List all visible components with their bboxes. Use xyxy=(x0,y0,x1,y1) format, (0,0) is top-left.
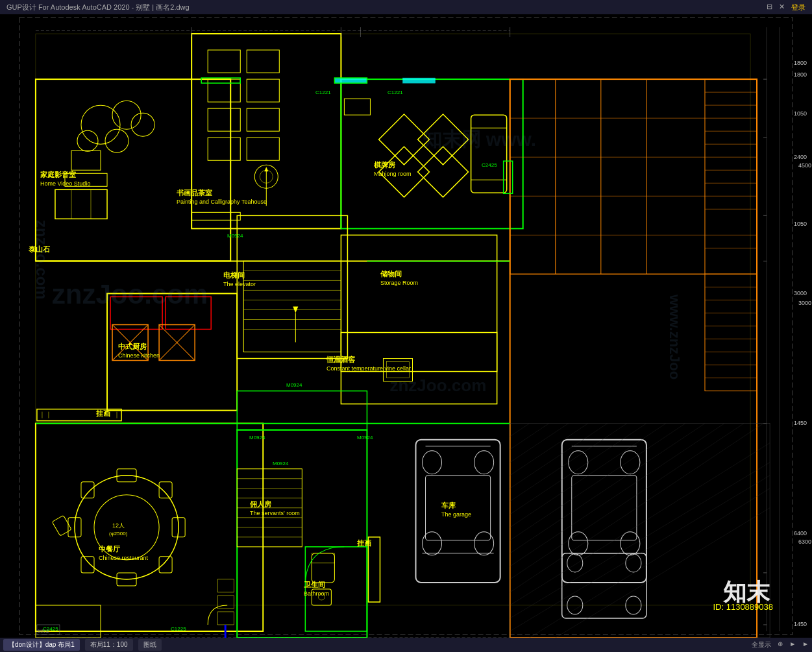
svg-point-130 xyxy=(318,594,325,600)
tab-layout-1[interactable]: 【don设计】dap 布局1 xyxy=(3,639,80,651)
svg-point-5 xyxy=(81,105,120,144)
svg-rect-158 xyxy=(402,78,435,83)
svg-rect-104 xyxy=(572,476,637,540)
svg-rect-172 xyxy=(510,424,770,638)
svg-point-7 xyxy=(131,113,154,136)
svg-text:(φ2500): (φ2500) xyxy=(109,531,128,537)
floor-plan-svg: 12人 (φ2500) xyxy=(0,14,812,638)
svg-line-174 xyxy=(510,424,549,450)
svg-rect-21 xyxy=(247,108,279,131)
bottom-nav-3[interactable]: ► xyxy=(802,640,809,649)
app-title: GUP设计 For Autodesk AutoCAD 2020 - 别墅 | 画… xyxy=(6,3,190,12)
svg-rect-0 xyxy=(19,18,793,634)
svg-point-112 xyxy=(94,495,159,560)
svg-rect-110 xyxy=(36,424,263,631)
svg-line-173 xyxy=(510,424,530,437)
svg-rect-32 xyxy=(418,147,469,197)
svg-rect-117 xyxy=(81,482,94,498)
svg-rect-141 xyxy=(217,612,234,625)
svg-rect-23 xyxy=(247,138,279,160)
svg-line-185 xyxy=(510,424,763,592)
svg-rect-129 xyxy=(312,589,331,605)
svg-rect-11 xyxy=(65,173,107,186)
login-button[interactable]: 登录 xyxy=(791,3,806,12)
tab-drawing[interactable]: 图纸 xyxy=(138,639,162,651)
svg-rect-63 xyxy=(510,79,757,274)
svg-rect-4 xyxy=(36,79,230,261)
svg-rect-36 xyxy=(344,99,370,115)
svg-rect-39 xyxy=(243,261,341,352)
svg-rect-30 xyxy=(418,114,469,165)
svg-rect-29 xyxy=(379,114,430,165)
svg-rect-22 xyxy=(208,138,240,160)
svg-text:铭牌桌: 铭牌桌 xyxy=(37,629,49,633)
bottom-zoom: 全显示 xyxy=(752,640,771,649)
svg-rect-16 xyxy=(208,50,240,73)
svg-rect-17 xyxy=(247,50,279,73)
svg-point-106 xyxy=(567,554,583,572)
svg-point-100 xyxy=(569,451,588,474)
bottom-nav-2[interactable]: ► xyxy=(789,640,796,649)
svg-rect-127 xyxy=(312,553,334,583)
svg-rect-140 xyxy=(217,596,234,609)
svg-line-175 xyxy=(510,424,569,463)
svg-rect-157 xyxy=(334,78,367,83)
svg-rect-59 xyxy=(341,333,497,404)
svg-point-92 xyxy=(423,451,442,474)
top-bar: GUP设计 For Autodesk AutoCAD 2020 - 别墅 | 画… xyxy=(0,0,812,14)
svg-line-181 xyxy=(510,424,685,540)
drawing-area: 12人 (φ2500) xyxy=(0,14,812,638)
svg-rect-10 xyxy=(71,151,101,170)
svg-rect-120 xyxy=(159,557,172,573)
bottom-bar: 【don设计】dap 布局1 布局11：100 图纸 全显示 ⊕ ► ► xyxy=(0,638,812,652)
svg-rect-161 xyxy=(504,161,513,193)
svg-point-101 xyxy=(621,451,640,474)
svg-rect-119 xyxy=(81,557,94,573)
top-bar-controls[interactable]: ⊟ ✕ 登录 xyxy=(767,3,806,12)
svg-line-177 xyxy=(510,424,608,489)
bottom-info: 全显示 ⊕ ► ► xyxy=(752,640,809,649)
maximize-button[interactable]: ⊟ xyxy=(767,3,772,12)
svg-rect-155 xyxy=(368,537,380,602)
bottom-nav-1[interactable]: ⊕ xyxy=(778,640,783,649)
svg-point-9 xyxy=(77,130,98,151)
svg-rect-20 xyxy=(208,108,240,131)
svg-line-186 xyxy=(510,443,770,605)
svg-rect-61 xyxy=(386,362,409,378)
svg-rect-89 xyxy=(416,440,500,583)
svg-rect-31 xyxy=(379,147,430,197)
close-button[interactable]: ✕ xyxy=(779,3,785,12)
svg-rect-71 xyxy=(705,79,757,274)
svg-line-190 xyxy=(556,508,770,638)
svg-point-107 xyxy=(626,554,641,572)
svg-rect-118 xyxy=(159,482,172,498)
svg-rect-105 xyxy=(562,553,646,618)
svg-line-183 xyxy=(510,424,724,566)
cad-canvas: GUP设计 For Autodesk AutoCAD 2020 - 别墅 | 画… xyxy=(0,0,812,652)
svg-point-93 xyxy=(474,451,494,474)
svg-line-176 xyxy=(510,424,588,476)
svg-rect-49 xyxy=(341,235,497,371)
tab-layout-2[interactable]: 布局11：100 xyxy=(85,639,133,651)
svg-rect-128 xyxy=(312,553,334,563)
svg-rect-50 xyxy=(107,293,237,410)
svg-rect-139 xyxy=(217,579,234,592)
svg-line-179 xyxy=(510,424,646,514)
svg-text:12人: 12人 xyxy=(112,522,125,529)
svg-rect-80 xyxy=(705,274,757,391)
svg-point-111 xyxy=(75,476,178,579)
svg-rect-162 xyxy=(191,212,240,220)
svg-point-8 xyxy=(105,129,129,152)
svg-marker-25 xyxy=(264,167,268,171)
svg-rect-33 xyxy=(471,115,507,193)
svg-line-184 xyxy=(510,424,744,579)
svg-rect-19 xyxy=(247,79,279,102)
svg-line-189 xyxy=(530,489,770,638)
svg-rect-97 xyxy=(562,440,646,583)
svg-rect-12 xyxy=(55,189,107,219)
svg-rect-96 xyxy=(426,476,491,540)
svg-rect-3 xyxy=(36,34,750,605)
svg-rect-38 xyxy=(237,215,347,358)
svg-line-178 xyxy=(510,424,627,501)
